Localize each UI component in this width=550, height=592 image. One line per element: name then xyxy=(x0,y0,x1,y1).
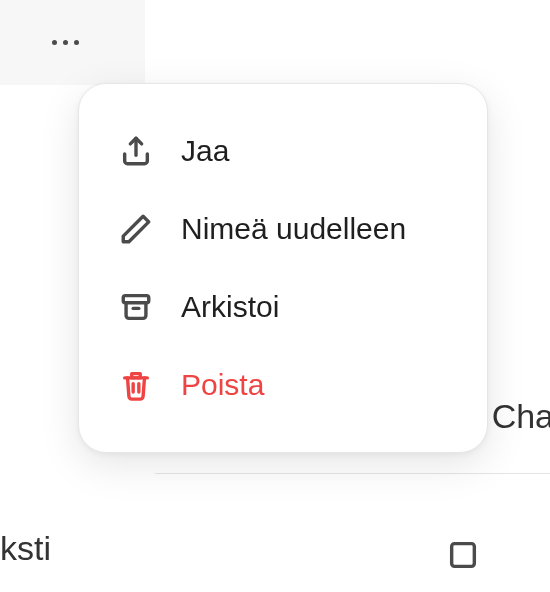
menu-item-label: Arkistoi xyxy=(181,290,279,324)
menu-item-archive[interactable]: Arkistoi xyxy=(99,268,467,346)
menu-item-rename[interactable]: Nimeä uudelleen xyxy=(99,190,467,268)
menu-item-share[interactable]: Jaa xyxy=(99,112,467,190)
context-menu: Jaa Nimeä uudelleen Arkistoi xyxy=(78,83,488,453)
background-toolbar xyxy=(155,520,550,592)
menu-item-label: Poista xyxy=(181,368,264,402)
menu-item-delete[interactable]: Poista xyxy=(99,346,467,424)
trash-icon xyxy=(119,368,153,402)
more-options-button[interactable] xyxy=(52,40,79,45)
menu-item-label: Jaa xyxy=(181,134,229,168)
menu-item-label: Nimeä uudelleen xyxy=(181,212,406,246)
svg-rect-0 xyxy=(452,544,475,567)
archive-icon xyxy=(119,290,153,324)
background-text-right: Cha xyxy=(492,397,550,436)
share-icon xyxy=(119,134,153,168)
background-divider xyxy=(155,473,550,474)
background-text-left: ksti xyxy=(0,529,51,568)
pencil-icon xyxy=(119,212,153,246)
background-send-icon xyxy=(446,538,480,572)
